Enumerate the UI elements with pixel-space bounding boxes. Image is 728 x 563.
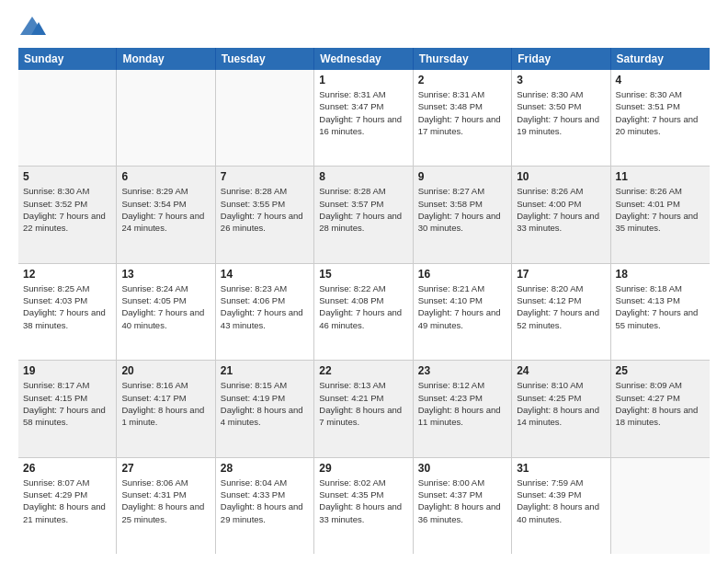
day-content: Sunrise: 8:09 AM Sunset: 4:27 PM Dayligh…	[616, 379, 705, 428]
day-content: Sunrise: 8:31 AM Sunset: 3:48 PM Dayligh…	[418, 88, 506, 137]
day-cell-21: 21Sunrise: 8:15 AM Sunset: 4:19 PM Dayli…	[216, 361, 314, 456]
day-content: Sunrise: 8:30 AM Sunset: 3:52 PM Dayligh…	[23, 185, 111, 234]
day-content: Sunrise: 8:18 AM Sunset: 4:13 PM Dayligh…	[616, 282, 705, 331]
day-cell-8: 8Sunrise: 8:28 AM Sunset: 3:57 PM Daylig…	[314, 167, 413, 262]
empty-cell	[611, 458, 710, 554]
day-number: 5	[23, 170, 111, 183]
day-number: 31	[517, 462, 605, 475]
day-content: Sunrise: 7:59 AM Sunset: 4:39 PM Dayligh…	[517, 477, 605, 525]
day-number: 19	[23, 364, 111, 377]
day-cell-17: 17Sunrise: 8:20 AM Sunset: 4:12 PM Dayli…	[512, 264, 610, 360]
day-cell-22: 22Sunrise: 8:13 AM Sunset: 4:21 PM Dayli…	[314, 361, 413, 456]
day-cell-2: 2Sunrise: 8:31 AM Sunset: 3:48 PM Daylig…	[414, 70, 512, 166]
page: SundayMondayTuesdayWednesdayThursdayFrid…	[0, 0, 728, 563]
day-number: 24	[517, 364, 605, 377]
day-number: 18	[616, 268, 705, 281]
day-number: 7	[221, 170, 309, 183]
day-number: 25	[616, 364, 705, 377]
day-cell-27: 27Sunrise: 8:06 AM Sunset: 4:31 PM Dayli…	[117, 458, 215, 554]
day-cell-3: 3Sunrise: 8:30 AM Sunset: 3:50 PM Daylig…	[512, 70, 610, 166]
day-content: Sunrise: 8:06 AM Sunset: 4:31 PM Dayligh…	[121, 477, 210, 525]
day-number: 9	[418, 170, 506, 183]
day-content: Sunrise: 8:29 AM Sunset: 3:54 PM Dayligh…	[121, 185, 210, 234]
day-cell-9: 9Sunrise: 8:27 AM Sunset: 3:58 PM Daylig…	[414, 167, 512, 262]
day-number: 29	[319, 462, 407, 475]
day-cell-4: 4Sunrise: 8:30 AM Sunset: 3:51 PM Daylig…	[611, 70, 710, 166]
day-content: Sunrise: 8:15 AM Sunset: 4:19 PM Dayligh…	[221, 379, 309, 428]
day-cell-1: 1Sunrise: 8:31 AM Sunset: 3:47 PM Daylig…	[314, 70, 413, 166]
day-number: 13	[121, 268, 210, 281]
day-content: Sunrise: 8:30 AM Sunset: 3:50 PM Dayligh…	[517, 88, 605, 137]
day-cell-23: 23Sunrise: 8:12 AM Sunset: 4:23 PM Dayli…	[414, 361, 512, 456]
week-5: 26Sunrise: 8:07 AM Sunset: 4:29 PM Dayli…	[18, 458, 710, 554]
day-cell-6: 6Sunrise: 8:29 AM Sunset: 3:54 PM Daylig…	[117, 167, 215, 262]
calendar-header: SundayMondayTuesdayWednesdayThursdayFrid…	[18, 48, 710, 70]
day-cell-14: 14Sunrise: 8:23 AM Sunset: 4:06 PM Dayli…	[216, 264, 314, 360]
header-day-tuesday: Tuesday	[216, 48, 314, 70]
header	[18, 15, 710, 40]
day-cell-13: 13Sunrise: 8:24 AM Sunset: 4:05 PM Dayli…	[117, 264, 215, 360]
day-content: Sunrise: 8:24 AM Sunset: 4:05 PM Dayligh…	[121, 282, 210, 331]
day-cell-24: 24Sunrise: 8:10 AM Sunset: 4:25 PM Dayli…	[512, 361, 610, 456]
day-cell-30: 30Sunrise: 8:00 AM Sunset: 4:37 PM Dayli…	[414, 458, 512, 554]
logo-icon	[18, 15, 46, 40]
empty-cell	[216, 70, 314, 166]
day-cell-29: 29Sunrise: 8:02 AM Sunset: 4:35 PM Dayli…	[314, 458, 413, 554]
day-cell-31: 31Sunrise: 7:59 AM Sunset: 4:39 PM Dayli…	[512, 458, 610, 554]
day-cell-15: 15Sunrise: 8:22 AM Sunset: 4:08 PM Dayli…	[314, 264, 413, 360]
day-number: 1	[319, 74, 407, 86]
week-3: 12Sunrise: 8:25 AM Sunset: 4:03 PM Dayli…	[18, 264, 710, 361]
calendar: SundayMondayTuesdayWednesdayThursdayFrid…	[18, 48, 710, 554]
day-number: 17	[517, 268, 605, 281]
day-content: Sunrise: 8:26 AM Sunset: 4:00 PM Dayligh…	[517, 185, 605, 234]
day-number: 27	[121, 462, 210, 475]
day-number: 10	[517, 170, 605, 183]
day-content: Sunrise: 8:21 AM Sunset: 4:10 PM Dayligh…	[418, 282, 506, 331]
week-2: 5Sunrise: 8:30 AM Sunset: 3:52 PM Daylig…	[18, 167, 710, 263]
day-number: 28	[221, 462, 309, 475]
day-content: Sunrise: 8:10 AM Sunset: 4:25 PM Dayligh…	[517, 379, 605, 428]
day-number: 4	[616, 74, 705, 86]
day-number: 3	[517, 74, 605, 86]
day-content: Sunrise: 8:30 AM Sunset: 3:51 PM Dayligh…	[616, 88, 705, 137]
day-content: Sunrise: 8:31 AM Sunset: 3:47 PM Dayligh…	[319, 88, 407, 137]
header-day-sunday: Sunday	[18, 48, 117, 70]
day-content: Sunrise: 8:16 AM Sunset: 4:17 PM Dayligh…	[121, 379, 210, 428]
day-number: 11	[616, 170, 705, 183]
day-number: 15	[319, 268, 407, 281]
day-content: Sunrise: 8:13 AM Sunset: 4:21 PM Dayligh…	[319, 379, 407, 428]
day-content: Sunrise: 8:00 AM Sunset: 4:37 PM Dayligh…	[418, 477, 506, 525]
day-number: 2	[418, 74, 506, 86]
day-cell-10: 10Sunrise: 8:26 AM Sunset: 4:00 PM Dayli…	[512, 167, 610, 262]
day-cell-5: 5Sunrise: 8:30 AM Sunset: 3:52 PM Daylig…	[18, 167, 117, 262]
day-cell-18: 18Sunrise: 8:18 AM Sunset: 4:13 PM Dayli…	[611, 264, 710, 360]
day-cell-19: 19Sunrise: 8:17 AM Sunset: 4:15 PM Dayli…	[18, 361, 117, 456]
day-content: Sunrise: 8:28 AM Sunset: 3:55 PM Dayligh…	[221, 185, 309, 234]
header-day-saturday: Saturday	[611, 48, 710, 70]
empty-cell	[18, 70, 117, 166]
header-day-friday: Friday	[512, 48, 610, 70]
header-day-thursday: Thursday	[414, 48, 512, 70]
day-number: 6	[121, 170, 210, 183]
day-content: Sunrise: 8:27 AM Sunset: 3:58 PM Dayligh…	[418, 185, 506, 234]
day-cell-7: 7Sunrise: 8:28 AM Sunset: 3:55 PM Daylig…	[216, 167, 314, 262]
day-content: Sunrise: 8:12 AM Sunset: 4:23 PM Dayligh…	[418, 379, 506, 428]
day-cell-20: 20Sunrise: 8:16 AM Sunset: 4:17 PM Dayli…	[117, 361, 215, 456]
calendar-body: 1Sunrise: 8:31 AM Sunset: 3:47 PM Daylig…	[18, 70, 710, 554]
day-content: Sunrise: 8:23 AM Sunset: 4:06 PM Dayligh…	[221, 282, 309, 331]
week-4: 19Sunrise: 8:17 AM Sunset: 4:15 PM Dayli…	[18, 361, 710, 457]
day-content: Sunrise: 8:07 AM Sunset: 4:29 PM Dayligh…	[23, 477, 111, 525]
header-day-monday: Monday	[117, 48, 215, 70]
day-number: 16	[418, 268, 506, 281]
day-content: Sunrise: 8:25 AM Sunset: 4:03 PM Dayligh…	[23, 282, 111, 331]
week-1: 1Sunrise: 8:31 AM Sunset: 3:47 PM Daylig…	[18, 70, 710, 167]
day-cell-11: 11Sunrise: 8:26 AM Sunset: 4:01 PM Dayli…	[611, 167, 710, 262]
day-cell-16: 16Sunrise: 8:21 AM Sunset: 4:10 PM Dayli…	[414, 264, 512, 360]
logo	[18, 15, 50, 40]
day-number: 23	[418, 364, 506, 377]
empty-cell	[117, 70, 215, 166]
day-number: 21	[221, 364, 309, 377]
day-number: 26	[23, 462, 111, 475]
header-day-wednesday: Wednesday	[314, 48, 413, 70]
day-content: Sunrise: 8:17 AM Sunset: 4:15 PM Dayligh…	[23, 379, 111, 428]
